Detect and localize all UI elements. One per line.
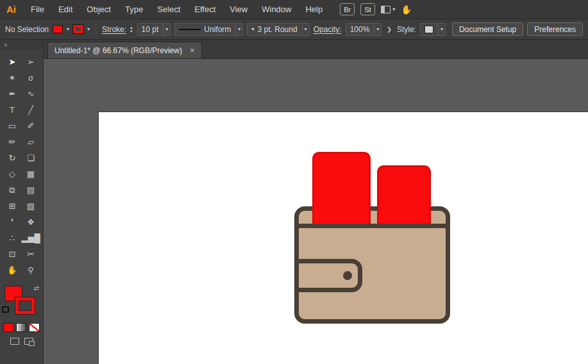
opacity-panel-chevron-icon[interactable]: ❯ [385, 26, 393, 33]
magic-wand-tool-icon: ✶ [9, 73, 16, 83]
fill-color-swatch[interactable] [53, 25, 63, 33]
illustrator-window: Ai File Edit Object Type Select Effect V… [0, 0, 588, 364]
chevron-down-icon[interactable]: ▾ [235, 24, 242, 35]
draw-behind-icon [24, 338, 33, 345]
scale-tool[interactable]: ❏ [22, 150, 40, 166]
document-tab-bar: Untitled-1* @ 66.67% (RGB/Preview) × [44, 40, 588, 59]
document-area: Untitled-1* @ 66.67% (RGB/Preview) × [44, 40, 588, 364]
stepper-down-icon[interactable]: ▾ [130, 29, 133, 33]
menu-type[interactable]: Type [118, 0, 150, 19]
width-profile-select[interactable]: Uniform ▾ [174, 23, 243, 36]
selection-status: No Selection [5, 25, 49, 34]
stroke-weight-field[interactable]: 10 pt ▾ [137, 23, 171, 36]
shape-builder-tool[interactable]: ⧉ [3, 182, 22, 198]
default-fill-stroke-icon[interactable] [2, 306, 9, 313]
pen-tool-icon: ✒ [9, 89, 16, 99]
zoom-tool[interactable]: ⚲ [22, 262, 40, 278]
shape-builder-tool-icon: ⧉ [9, 185, 15, 195]
eraser-tool[interactable]: ▱ [22, 134, 40, 150]
chevron-down-icon[interactable]: ▾ [438, 24, 445, 35]
tab-close-icon[interactable]: × [190, 46, 195, 55]
stock-button[interactable]: St [360, 3, 375, 15]
menu-items: File Edit Object Type Select Effect View… [24, 0, 330, 19]
stroke-weight-stepper[interactable]: ▴ ▾ [130, 26, 133, 33]
gradient-mode-button[interactable] [16, 323, 27, 332]
menu-object[interactable]: Object [80, 0, 118, 19]
lasso-tool[interactable]: σ [22, 70, 40, 86]
curvature-tool[interactable]: ∿ [22, 86, 40, 102]
width-tool[interactable]: ◇ [3, 166, 22, 182]
blend-tool[interactable]: ❖ [22, 214, 40, 230]
stroke-color-swatch[interactable] [73, 25, 83, 33]
brush-select[interactable]: • 3 pt. Round ▾ [247, 23, 309, 36]
brush-value: 3 pt. Round [258, 25, 298, 34]
shaper-tool[interactable]: ✏ [3, 134, 22, 150]
drawing-mode-buttons [10, 338, 33, 345]
stroke-chevron-down-icon[interactable]: ▾ [87, 26, 90, 32]
wallet-clasp-shape[interactable] [294, 259, 362, 292]
paintbrush-tool-icon: ✐ [28, 121, 35, 131]
free-transform-tool[interactable]: ▦ [22, 166, 40, 182]
slice-tool-icon: ✂ [28, 249, 35, 259]
opacity-value: 100% [350, 25, 370, 34]
type-tool-icon: T [10, 105, 15, 115]
menu-edit[interactable]: Edit [51, 0, 80, 19]
symbol-sprayer-tool[interactable]: ∴ [3, 230, 22, 246]
red-card-right-shape[interactable] [377, 165, 431, 228]
mesh-tool[interactable]: ⊞ [3, 198, 22, 214]
eyedropper-tool[interactable]: ❜ [3, 214, 22, 230]
menu-effect[interactable]: Effect [187, 0, 223, 19]
opacity-label[interactable]: Opacity: [314, 25, 342, 34]
toolbar-collapse-button[interactable]: « [0, 40, 43, 50]
rectangle-tool[interactable]: ▭ [3, 118, 22, 134]
chevron-down-icon[interactable]: ▾ [374, 24, 381, 35]
document-tab[interactable]: Untitled-1* @ 66.67% (RGB/Preview) × [47, 42, 202, 58]
separator [96, 23, 96, 36]
bridge-button[interactable]: Br [340, 3, 355, 15]
direct-selection-tool[interactable]: ➢ [22, 54, 40, 70]
draw-normal-button[interactable] [10, 338, 19, 345]
swap-fill-stroke-icon[interactable]: ⇄ [34, 285, 39, 292]
stroke-label[interactable]: Stroke: [102, 25, 126, 34]
wallet-button-dot-shape[interactable] [343, 271, 352, 280]
slice-tool[interactable]: ✂ [22, 246, 40, 262]
document-setup-button[interactable]: Document Setup [452, 22, 523, 36]
touch-workspace-icon[interactable]: ✋ [401, 4, 412, 15]
rotate-tool[interactable]: ↻ [3, 150, 22, 166]
column-graph-tool[interactable]: ▂▅█ [22, 230, 40, 246]
menu-select[interactable]: Select [150, 0, 187, 19]
gradient-tool[interactable]: ▨ [22, 198, 40, 214]
pen-tool[interactable]: ✒ [3, 86, 22, 102]
draw-normal-icon [10, 338, 19, 345]
blend-tool-icon: ❖ [27, 217, 35, 227]
opacity-field[interactable]: 100% ▾ [346, 23, 382, 36]
canvas[interactable] [44, 59, 588, 364]
color-mode-button[interactable] [3, 323, 14, 332]
none-mode-button[interactable] [29, 323, 40, 332]
chevron-down-icon[interactable]: ▾ [302, 24, 309, 35]
chevron-down-icon[interactable]: ▾ [163, 24, 170, 35]
width-profile-value: Uniform [204, 25, 231, 34]
wallet-flap-line-shape[interactable] [296, 224, 448, 228]
fill-chevron-down-icon[interactable]: ▾ [67, 26, 69, 32]
hand-tool[interactable]: ✋ [3, 262, 22, 278]
app-logo[interactable]: Ai [0, 4, 24, 15]
menu-file[interactable]: File [24, 0, 51, 19]
type-tool[interactable]: T [3, 102, 22, 118]
menu-view[interactable]: View [223, 0, 255, 19]
artboard-tool[interactable]: ⊡ [3, 246, 22, 262]
red-card-left-shape[interactable] [312, 152, 371, 228]
menu-window[interactable]: Window [255, 0, 298, 19]
draw-behind-button[interactable] [24, 338, 33, 345]
style-select[interactable]: ▾ [420, 23, 446, 36]
perspective-grid-tool[interactable]: ▤ [22, 182, 40, 198]
selection-tool[interactable]: ➤ [3, 54, 22, 70]
style-label: Style: [397, 25, 416, 34]
stroke-swatch[interactable] [15, 297, 35, 314]
menu-help[interactable]: Help [298, 0, 330, 19]
preferences-button[interactable]: Preferences [527, 22, 583, 36]
paintbrush-tool[interactable]: ✐ [22, 118, 40, 134]
magic-wand-tool[interactable]: ✶ [3, 70, 22, 86]
line-segment-tool[interactable]: ╱ [22, 102, 40, 118]
workspace-switcher[interactable]: ▾ [381, 6, 395, 13]
